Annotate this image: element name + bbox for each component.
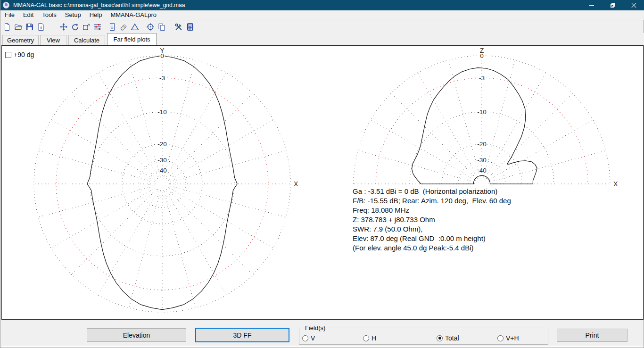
radio-label: H [372, 334, 376, 342]
rotate-icon[interactable] [70, 22, 80, 32]
ring-label: -3 [159, 75, 165, 82]
fields-group-label: Field(s) [304, 324, 327, 331]
stats-line: Freq: 18.080 MHz [353, 206, 511, 215]
stats-line: F/B: -15.55 dB; Rear: Azim. 120 deg, Ele… [353, 196, 511, 206]
tab-geometry[interactable]: Geometry [2, 35, 39, 45]
restore-button[interactable] [602, 0, 623, 10]
minimize-icon [589, 5, 594, 6]
stats-line: Ga : -3.51 dBi = 0 dB (Horizontal polari… [353, 187, 511, 196]
title-bar: MMANA-GAL basic c:\mmana-gal_basic\ant\h… [0, 0, 644, 10]
menu-separator [0, 20, 644, 20]
far-field-plot-panel: 0-3-10-20-30-40YX0-3-10-20-30-40ZX +90 d… [1, 45, 644, 320]
toolbar: i [1, 21, 644, 33]
axis-label-right: X [294, 180, 298, 188]
svg-text:i: i [40, 25, 41, 30]
plus90-checkbox[interactable]: +90 dg [5, 51, 34, 58]
result-stats: Ga : -3.51 dBi = 0 dB (Horizontal polari… [353, 187, 511, 253]
radio-label: V+H [506, 334, 519, 342]
stats-line: Z: 378.783 + j80.733 Ohm [353, 215, 511, 224]
ring-label: -40 [477, 167, 487, 174]
3d-ff-button[interactable]: 3D FF [195, 328, 289, 342]
restore-icon [611, 3, 615, 8]
radio-label: Total [445, 334, 459, 342]
ring-label: -3 [479, 75, 485, 82]
tab-strip: GeometryViewCalculateFar field plots [0, 33, 644, 45]
ring-label: -10 [477, 108, 487, 116]
window-title: MMANA-GAL basic c:\mmana-gal_basic\ant\h… [13, 2, 581, 8]
menu-bar: FileEditToolsSetupHelpMMANA-GALpro [0, 10, 644, 20]
radio-field-h[interactable]: H [363, 334, 376, 342]
elevation-button[interactable]: Elevation [87, 328, 186, 342]
axis-label-top: Y [160, 47, 165, 54]
ring-label: -20 [157, 141, 167, 148]
file-info-icon[interactable]: i [36, 22, 46, 32]
close-icon [631, 3, 636, 8]
radio-circle [497, 335, 504, 341]
ring-label: -30 [477, 157, 487, 164]
calculate-icon[interactable] [185, 22, 195, 32]
menu-item-mmana-galpro[interactable]: MMANA-GALpro [106, 10, 161, 20]
radio-circle [437, 335, 443, 341]
tab-calculate[interactable]: Calculate [68, 35, 105, 45]
window-bottom-edge [1, 346, 644, 348]
stats-line: SWR: 7.9 (50.0 Ohm), [353, 224, 511, 234]
menu-item-tools[interactable]: Tools [38, 10, 60, 20]
open-file-icon[interactable] [13, 22, 24, 32]
polar-plots-canvas: 0-3-10-20-30-40YX0-3-10-20-30-40ZX [2, 46, 643, 319]
radio-field-v[interactable]: V [302, 334, 315, 342]
radio-label: V [311, 334, 315, 342]
print-button[interactable]: Print [557, 329, 627, 342]
axis-label-top: Z [480, 47, 484, 54]
menu-item-edit[interactable]: Edit [19, 10, 38, 20]
optimize-icon[interactable] [173, 22, 184, 32]
radio-field-total[interactable]: Total [437, 334, 459, 342]
wire-edit-icon[interactable] [92, 22, 103, 32]
new-file-icon[interactable] [2, 22, 12, 32]
bottom-bar: Elevation 3D FF Field(s) VHTotalV+H Prin… [1, 320, 644, 346]
toolbar-separator [47, 27, 58, 27]
toolbar-separator [167, 27, 173, 27]
toolbar-separator [103, 27, 107, 27]
move-icon[interactable] [58, 22, 69, 32]
eraser-icon[interactable] [118, 22, 129, 32]
ring-label: -40 [157, 167, 167, 174]
checkbox-label: +90 dg [14, 51, 34, 58]
menu-item-help[interactable]: Help [85, 10, 107, 20]
copy-icon[interactable] [157, 22, 167, 32]
scale-icon[interactable] [81, 22, 91, 32]
app-window: MMANA-GAL basic c:\mmana-gal_basic\ant\h… [0, 0, 644, 348]
toolbar-separator [140, 27, 145, 27]
ring-label: -20 [477, 141, 487, 148]
menu-item-file[interactable]: File [0, 10, 19, 20]
ring-label: -10 [157, 108, 167, 116]
stats-line: Elev: 87.0 deg (Real GND :0.00 m height) [353, 234, 511, 243]
ring-label: -30 [157, 157, 167, 164]
axis-label-right: X [613, 180, 618, 188]
close-button[interactable] [623, 0, 644, 10]
app-icon [3, 2, 9, 8]
tab-far-field-plots[interactable]: Far field plots [107, 33, 157, 45]
stats-line: (For elev. angle 45.0 dg Peak:-5.4 dBi) [353, 243, 511, 253]
checkbox-box [5, 52, 11, 58]
radio-circle [363, 335, 369, 341]
fields-groupbox: Field(s) VHTotalV+H [299, 328, 548, 345]
radio-field-v-h[interactable]: V+H [497, 334, 519, 342]
description-icon[interactable] [107, 22, 117, 32]
menu-item-setup[interactable]: Setup [61, 10, 85, 20]
triangle-icon[interactable] [130, 22, 140, 32]
save-file-icon[interactable] [25, 22, 35, 32]
minimize-button[interactable] [581, 0, 602, 10]
radio-circle [302, 335, 308, 341]
center-icon[interactable] [145, 22, 156, 32]
tab-view[interactable]: View [40, 35, 66, 45]
